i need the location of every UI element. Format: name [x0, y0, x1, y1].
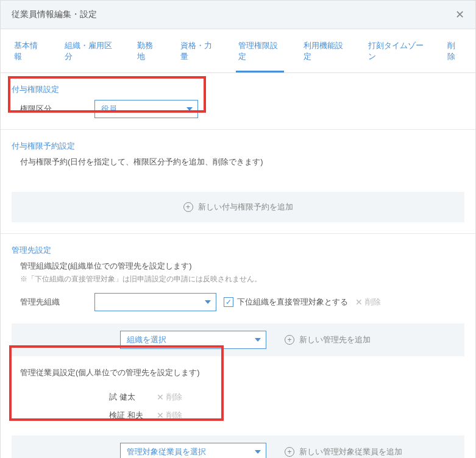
tab-features[interactable]: 利用機能設定 [301, 29, 349, 72]
chevron-down-icon [255, 450, 261, 454]
org-toolbar: 組織を選択 + 新しい管理先を追加 [12, 323, 464, 356]
org-field-label: 管理先組織 [20, 297, 87, 308]
add-org-label: 新しい管理先を追加 [299, 334, 371, 345]
delete-label: 削除 [365, 297, 381, 308]
close-icon: ✕ [157, 410, 164, 420]
section-target-title: 管理先設定 [12, 245, 464, 256]
tab-basic[interactable]: 基本情報 [12, 29, 45, 72]
permission-select-value: 役員 [101, 104, 117, 114]
org-heading: 管理組織設定(組織単位での管理先を設定します) [12, 261, 464, 272]
employee-row: 試 健太 ✕ 削除 [109, 388, 464, 406]
plus-circle-icon: + [183, 202, 193, 212]
add-reservation-button[interactable]: + 新しい付与権限予約を追加 [12, 192, 464, 222]
employee-name: 試 健太 [109, 392, 146, 403]
add-org-button[interactable]: + 新しい管理先を追加 [285, 334, 371, 345]
org-picker-select[interactable]: 組織を選択 [120, 331, 266, 349]
employee-name: 検証 和夫 [109, 410, 146, 421]
add-employee-label: 新しい管理対象従業員を追加 [299, 446, 402, 457]
tab-qualification[interactable]: 資格・力量 [178, 29, 219, 72]
employee-list: 試 健太 ✕ 削除 検証 和夫 ✕ 削除 [12, 388, 464, 425]
tab-bar: 基本情報 組織・雇用区分 勤務地 資格・力量 管理権限設定 利用機能設定 打刻タ… [1, 29, 475, 73]
tab-org[interactable]: 組織・雇用区分 [62, 29, 117, 72]
plus-circle-icon: + [285, 335, 294, 345]
emp-toolbar: 管理対象従業員を選択 + 新しい管理対象従業員を追加 [12, 435, 464, 458]
close-icon[interactable]: ✕ [455, 8, 464, 21]
delete-label: 削除 [166, 410, 182, 421]
modal-header: 従業員情報編集・設定 ✕ [1, 1, 475, 29]
org-select[interactable] [94, 293, 216, 311]
modal-title: 従業員情報編集・設定 [12, 9, 97, 20]
chevron-down-icon [186, 107, 193, 111]
add-reservation-label: 新しい付与権限予約を追加 [198, 202, 293, 213]
tab-workplace[interactable]: 勤務地 [135, 29, 161, 72]
chevron-down-icon [255, 338, 261, 342]
delete-employee-button[interactable]: ✕ 削除 [157, 410, 182, 421]
org-note: ※「下位組織の直接管理対象」は旧申請設定の申請には反映されません。 [12, 274, 464, 284]
sub-org-checkbox-label: 下位組織を直接管理対象とする [237, 297, 348, 308]
permission-label: 権限区分 [20, 104, 87, 114]
emp-picker-value: 管理対象従業員を選択 [127, 446, 206, 457]
delete-label: 削除 [166, 392, 182, 403]
section-reserve-title: 付与権限予約設定 [12, 141, 464, 152]
close-icon: ✕ [157, 392, 164, 402]
section-grant-title: 付与権限設定 [12, 84, 464, 95]
tab-timezone[interactable]: 打刻タイムゾーン [366, 29, 428, 72]
permission-select[interactable]: 役員 [94, 100, 198, 118]
org-picker-value: 組織を選択 [127, 334, 166, 345]
tab-admin-permission[interactable]: 管理権限設定 [236, 29, 284, 72]
emp-picker-select[interactable]: 管理対象従業員を選択 [120, 443, 266, 458]
reserve-desc: 付与権限予約(日付を指定して、権限区分予約を追加、削除できます) [12, 157, 464, 167]
add-employee-button[interactable]: + 新しい管理対象従業員を追加 [285, 446, 402, 457]
employee-row: 検証 和夫 ✕ 削除 [109, 406, 464, 425]
tab-delete[interactable]: 削除 [445, 29, 464, 72]
delete-org-button[interactable]: ✕ 削除 [355, 297, 381, 308]
emp-heading: 管理従業員設定(個人単位での管理先を設定します) [12, 367, 464, 378]
chevron-down-icon [205, 300, 211, 304]
close-icon: ✕ [355, 297, 363, 307]
plus-circle-icon: + [285, 447, 294, 457]
delete-employee-button[interactable]: ✕ 削除 [157, 392, 182, 403]
sub-org-checkbox[interactable]: ✓ [224, 297, 233, 307]
